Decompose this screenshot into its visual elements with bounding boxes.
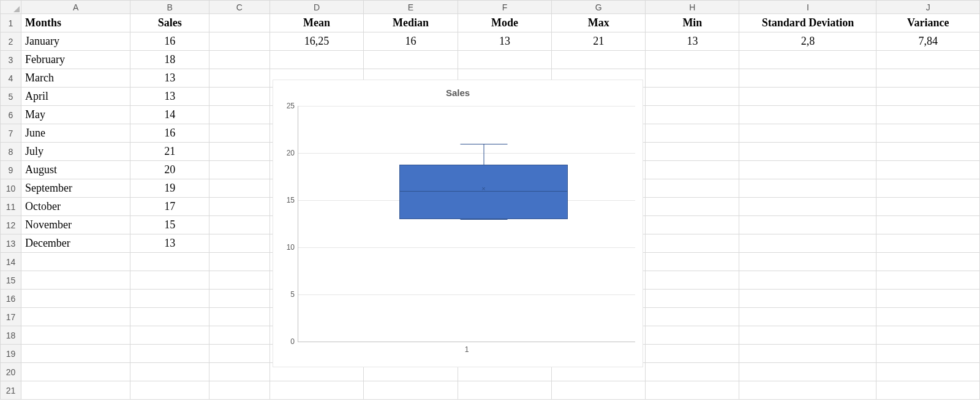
cell-H21[interactable] bbox=[646, 381, 739, 400]
cell-A18[interactable] bbox=[21, 326, 130, 345]
col-header-I[interactable]: I bbox=[739, 1, 876, 14]
cell-D3[interactable] bbox=[270, 51, 363, 69]
cell-B6[interactable]: 14 bbox=[130, 106, 209, 124]
cell-I4[interactable] bbox=[739, 69, 876, 88]
col-header-D[interactable]: D bbox=[270, 1, 363, 14]
cell-B4[interactable]: 13 bbox=[130, 69, 209, 88]
cell-H12[interactable] bbox=[646, 216, 739, 234]
cell-H15[interactable] bbox=[646, 271, 739, 290]
row-header-14[interactable]: 14 bbox=[1, 253, 21, 271]
cell-D2[interactable]: 16,25 bbox=[270, 32, 363, 51]
cell-E3[interactable] bbox=[364, 51, 458, 69]
cell-C8[interactable] bbox=[209, 143, 270, 161]
cell-J11[interactable] bbox=[876, 198, 980, 216]
cell-I17[interactable] bbox=[739, 308, 876, 326]
cell-J18[interactable] bbox=[876, 326, 980, 345]
cell-C12[interactable] bbox=[209, 216, 270, 234]
cell-I14[interactable] bbox=[739, 253, 876, 271]
cell-A14[interactable] bbox=[21, 253, 130, 271]
cell-C2[interactable] bbox=[209, 32, 270, 51]
cell-H8[interactable] bbox=[646, 143, 739, 161]
cell-G3[interactable] bbox=[552, 51, 646, 69]
cell-J21[interactable] bbox=[876, 381, 980, 400]
cell-J12[interactable] bbox=[876, 216, 980, 234]
row-header-6[interactable]: 6 bbox=[1, 106, 21, 124]
row-header-17[interactable]: 17 bbox=[1, 308, 21, 326]
cell-J3[interactable] bbox=[876, 51, 980, 69]
cell-C15[interactable] bbox=[209, 271, 270, 290]
cell-D21[interactable] bbox=[270, 381, 363, 400]
cell-B2[interactable]: 16 bbox=[130, 32, 209, 51]
cell-J13[interactable] bbox=[876, 234, 980, 253]
cell-I10[interactable] bbox=[739, 179, 876, 198]
cell-B7[interactable]: 16 bbox=[130, 124, 209, 143]
cell-I16[interactable] bbox=[739, 290, 876, 308]
cell-E1[interactable]: Median bbox=[364, 14, 458, 32]
row-header-3[interactable]: 3 bbox=[1, 51, 21, 69]
cell-A12[interactable]: November bbox=[21, 216, 130, 234]
cell-H2[interactable]: 13 bbox=[646, 32, 739, 51]
row-header-21[interactable]: 21 bbox=[1, 381, 21, 400]
cell-H3[interactable] bbox=[646, 51, 739, 69]
col-header-G[interactable]: G bbox=[552, 1, 646, 14]
cell-B13[interactable]: 13 bbox=[130, 234, 209, 253]
cell-J17[interactable] bbox=[876, 308, 980, 326]
cell-C1[interactable] bbox=[209, 14, 270, 32]
cell-J1[interactable]: Variance bbox=[876, 14, 980, 32]
cell-C7[interactable] bbox=[209, 124, 270, 143]
cell-A11[interactable]: October bbox=[21, 198, 130, 216]
row-header-20[interactable]: 20 bbox=[1, 363, 21, 381]
cell-C21[interactable] bbox=[209, 381, 270, 400]
row-header-11[interactable]: 11 bbox=[1, 198, 21, 216]
cell-D1[interactable]: Mean bbox=[270, 14, 363, 32]
cell-A9[interactable]: August bbox=[21, 161, 130, 179]
cell-C16[interactable] bbox=[209, 290, 270, 308]
cell-A20[interactable] bbox=[21, 363, 130, 381]
cell-C13[interactable] bbox=[209, 234, 270, 253]
cell-J15[interactable] bbox=[876, 271, 980, 290]
cell-J20[interactable] bbox=[876, 363, 980, 381]
cell-B5[interactable]: 13 bbox=[130, 88, 209, 106]
col-header-H[interactable]: H bbox=[646, 1, 739, 14]
select-all-corner[interactable] bbox=[1, 1, 21, 14]
cell-C11[interactable] bbox=[209, 198, 270, 216]
cell-H11[interactable] bbox=[646, 198, 739, 216]
row-header-16[interactable]: 16 bbox=[1, 290, 21, 308]
cell-C9[interactable] bbox=[209, 161, 270, 179]
cell-C4[interactable] bbox=[209, 69, 270, 88]
col-header-J[interactable]: J bbox=[876, 1, 980, 14]
row-header-12[interactable]: 12 bbox=[1, 216, 21, 234]
col-header-C[interactable]: C bbox=[209, 1, 270, 14]
col-header-F[interactable]: F bbox=[458, 1, 551, 14]
cell-A2[interactable]: January bbox=[21, 32, 130, 51]
cell-H19[interactable] bbox=[646, 345, 739, 363]
col-header-A[interactable]: A bbox=[21, 1, 130, 14]
cell-F3[interactable] bbox=[458, 51, 551, 69]
cell-H13[interactable] bbox=[646, 234, 739, 253]
cell-C10[interactable] bbox=[209, 179, 270, 198]
cell-A8[interactable]: July bbox=[21, 143, 130, 161]
cell-I11[interactable] bbox=[739, 198, 876, 216]
row-header-1[interactable]: 1 bbox=[1, 14, 21, 32]
cell-J16[interactable] bbox=[876, 290, 980, 308]
cell-I12[interactable] bbox=[739, 216, 876, 234]
row-header-7[interactable]: 7 bbox=[1, 124, 21, 143]
cell-C14[interactable] bbox=[209, 253, 270, 271]
cell-B3[interactable]: 18 bbox=[130, 51, 209, 69]
cell-I3[interactable] bbox=[739, 51, 876, 69]
cell-H5[interactable] bbox=[646, 88, 739, 106]
cell-H4[interactable] bbox=[646, 69, 739, 88]
cell-I20[interactable] bbox=[739, 363, 876, 381]
cell-C3[interactable] bbox=[209, 51, 270, 69]
cell-C6[interactable] bbox=[209, 106, 270, 124]
cell-I13[interactable] bbox=[739, 234, 876, 253]
cell-J7[interactable] bbox=[876, 124, 980, 143]
boxplot-chart[interactable]: Sales 05101520251× bbox=[273, 80, 643, 367]
cell-B16[interactable] bbox=[130, 290, 209, 308]
cell-B11[interactable]: 17 bbox=[130, 198, 209, 216]
cell-H10[interactable] bbox=[646, 179, 739, 198]
cell-C20[interactable] bbox=[209, 363, 270, 381]
cell-I6[interactable] bbox=[739, 106, 876, 124]
cell-A13[interactable]: December bbox=[21, 234, 130, 253]
cell-B1[interactable]: Sales bbox=[130, 14, 209, 32]
